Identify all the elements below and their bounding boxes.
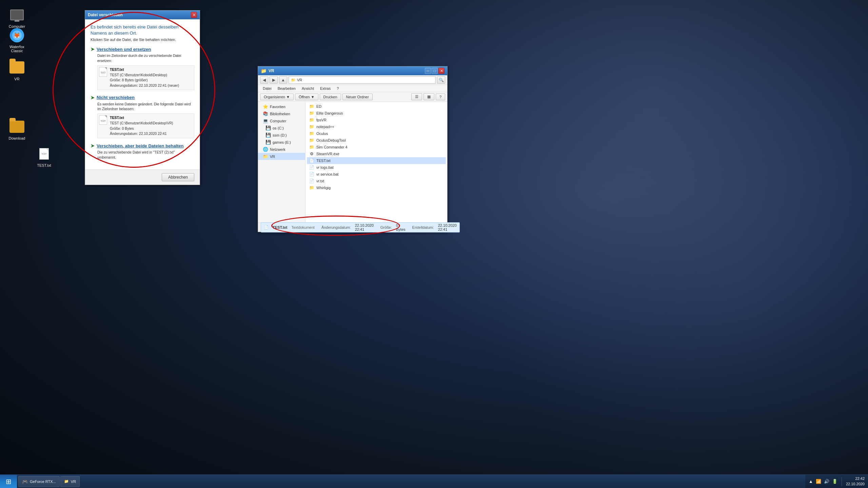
menu-extras[interactable]: Extras bbox=[317, 86, 333, 91]
dialog-option-keep-both[interactable]: ➤ Verschieben, aber beide Dateien behalt… bbox=[91, 143, 194, 160]
tray-volume[interactable]: 🔊 bbox=[824, 479, 829, 484]
status-filename: TEST.txt bbox=[273, 225, 287, 229]
vr-icon-label: VR bbox=[3, 77, 31, 81]
print-button[interactable]: Drucken bbox=[320, 94, 341, 100]
download-folder-icon bbox=[9, 121, 24, 133]
desktop-icon-computer[interactable]: Computer bbox=[3, 7, 31, 28]
list-item-test-txt[interactable]: 📄 TEST.txt bbox=[307, 157, 446, 164]
desktop-icon-waterfox[interactable]: 🦊 Waterfox Classic bbox=[3, 27, 31, 53]
tray-clock[interactable]: 22:42 22.10.2020 bbox=[846, 476, 865, 487]
taskbar-items: 🎮 GeForce RTX... 📁 VR bbox=[17, 476, 805, 487]
open-arrow: ▼ bbox=[311, 95, 315, 99]
steamvr-exe-name: SteamVR.exe bbox=[316, 152, 339, 156]
explorer-toolbar: ◀ ▶ ▲ 📁 VR 🔍 bbox=[258, 75, 447, 85]
vr-service-icon: 📄 bbox=[309, 171, 314, 177]
maximize-button[interactable]: □ bbox=[432, 68, 438, 74]
search-button[interactable]: 🔍 bbox=[437, 76, 445, 84]
dialog-body: Es befindet sich bereits eine Datei dess… bbox=[85, 19, 200, 169]
menu-datei[interactable]: Datei bbox=[260, 86, 274, 91]
option-replace-title[interactable]: Verschieben und ersetzen bbox=[97, 47, 151, 52]
option-skip-header[interactable]: ➤ Nicht verschieben bbox=[91, 95, 194, 100]
whirligig-name: Whirligig bbox=[316, 186, 331, 190]
list-item[interactable]: ⚙ SteamVR.exe bbox=[307, 150, 446, 157]
menu-ansicht[interactable]: Ansicht bbox=[299, 86, 317, 91]
list-item[interactable]: 📁 fpsVR bbox=[307, 117, 446, 123]
list-item[interactable]: 📁 Whirligig bbox=[307, 184, 446, 191]
option-skip-arrow: ➤ bbox=[91, 95, 95, 100]
explorer-action-bar: Organisieren ▼ Öffnen ▼ Drucken Neuer Or… bbox=[258, 92, 447, 102]
tray-battery[interactable]: 🔋 bbox=[832, 479, 837, 484]
list-item[interactable]: 📁 ED bbox=[307, 103, 446, 110]
taskbar-item-geforce[interactable]: 🎮 GeForce RTX... bbox=[18, 476, 60, 487]
sidebar-ssm-d[interactable]: 💾 ssm (D:) bbox=[258, 131, 305, 139]
sidebar-favorites[interactable]: ⭐ Favoriten bbox=[258, 103, 305, 110]
minimize-button[interactable]: ─ bbox=[425, 68, 431, 74]
organize-button[interactable]: Organisieren ▼ bbox=[260, 94, 294, 100]
address-bar[interactable]: 📁 VR bbox=[289, 76, 436, 84]
status-created-label: Erstelldatum: bbox=[412, 225, 434, 229]
cancel-button[interactable]: Abbrechen bbox=[162, 173, 194, 181]
test-txt-name: TEST.txt bbox=[316, 159, 331, 163]
option-skip-title[interactable]: Nicht verschieben bbox=[97, 95, 135, 100]
desktop-icon-vr[interactable]: VR bbox=[3, 59, 31, 81]
forward-button[interactable]: ▶ bbox=[270, 76, 278, 84]
taskbar-item-vr[interactable]: 📁 VR bbox=[60, 476, 80, 487]
list-item[interactable]: 📁 notepad++ bbox=[307, 123, 446, 130]
option-replace-header[interactable]: ➤ Verschieben und ersetzen bbox=[91, 46, 194, 52]
libraries-icon: 📚 bbox=[263, 111, 268, 116]
dialog-close-button[interactable]: ✕ bbox=[191, 12, 197, 18]
vr-taskbar-icon: 📁 bbox=[64, 479, 69, 484]
list-item[interactable]: 📁 Elite Dangerous bbox=[307, 110, 446, 117]
list-item[interactable]: 📁 Oculus bbox=[307, 130, 446, 137]
dialog-option-skip[interactable]: ➤ Nicht verschieben Es werden keine Date… bbox=[91, 95, 194, 138]
option-skip-filename: TEST.txt bbox=[110, 115, 173, 121]
option-replace-desc: Datei im Zielordner durch die zu verschi… bbox=[97, 53, 194, 63]
option-keep-header[interactable]: ➤ Verschieben, aber beide Dateien behalt… bbox=[91, 143, 194, 148]
status-modified-label: Änderungsdatum: bbox=[321, 225, 351, 229]
option-replace-path: TEST (C:\Benutzer\Kobold\Desktop) bbox=[110, 73, 179, 78]
ssm-d-label: ssm (D:) bbox=[273, 133, 287, 137]
dialog-header: Es befindet sich bereits eine Datei dess… bbox=[91, 24, 194, 36]
network-label: Netzwerk bbox=[270, 147, 285, 151]
clock-time: 22:42 bbox=[846, 476, 865, 481]
open-button[interactable]: Öffnen ▼ bbox=[295, 94, 318, 100]
sim-commander-icon: 📁 bbox=[309, 144, 314, 150]
desktop-icon-test[interactable]: TXT TEST.txt bbox=[31, 146, 58, 167]
sidebar-os-c[interactable]: 💾 os (C:) bbox=[258, 124, 305, 131]
sidebar-libraries[interactable]: 📚 Bibliotheken bbox=[258, 110, 305, 117]
help-explorer-button[interactable]: ? bbox=[436, 94, 445, 100]
dialog-option-replace[interactable]: ➤ Verschieben und ersetzen Datei im Ziel… bbox=[91, 46, 194, 90]
view-toggle-button[interactable]: ☰ bbox=[411, 93, 422, 100]
list-item[interactable]: 📄 vr.txt bbox=[307, 178, 446, 184]
status-size-value: 0 Bytes bbox=[396, 223, 406, 231]
back-button[interactable]: ◀ bbox=[260, 76, 268, 84]
sidebar-vr[interactable]: 📁 VR bbox=[258, 153, 305, 160]
option-keep-title[interactable]: Verschieben, aber beide Dateien behalten bbox=[97, 143, 183, 148]
menu-help[interactable]: ? bbox=[334, 86, 341, 91]
windows-logo: ⊞ bbox=[6, 477, 12, 486]
close-button[interactable]: ✕ bbox=[438, 68, 445, 74]
fpsvr-icon: 📁 bbox=[309, 117, 314, 123]
sidebar-computer[interactable]: 💻 Computer bbox=[258, 117, 305, 124]
option-skip-file-icon: TXT bbox=[99, 115, 107, 125]
menu-bearbeiten[interactable]: Bearbeiten bbox=[275, 86, 298, 91]
explorer-sidebar: ⭐ Favoriten 📚 Bibliotheken 💻 Computer 💾 … bbox=[258, 102, 305, 222]
network-icon: 🌐 bbox=[263, 147, 268, 152]
up-button[interactable]: ▲ bbox=[279, 76, 287, 84]
list-item[interactable]: 📄 vr service.bat bbox=[307, 171, 446, 178]
option-skip-path: TEST (C:\Benutzer\Kobold\Desktop\VR) bbox=[110, 121, 173, 126]
desktop-icon-download[interactable]: Download bbox=[3, 119, 31, 140]
list-item[interactable]: 📁 OculusDebugTool bbox=[307, 137, 446, 144]
tray-arrow[interactable]: ▲ bbox=[809, 479, 813, 484]
list-item[interactable]: 📄 vr logs.bat bbox=[307, 164, 446, 171]
tray-network[interactable]: 📶 bbox=[816, 479, 821, 484]
new-folder-button[interactable]: Neuer Ordner bbox=[342, 94, 373, 100]
start-button[interactable]: ⊞ bbox=[0, 475, 17, 488]
preview-button[interactable]: ▦ bbox=[423, 93, 434, 100]
option-skip-file-details: TEST.txt TEST (C:\Benutzer\Kobold\Deskto… bbox=[110, 115, 173, 137]
sidebar-network[interactable]: 🌐 Netzwerk bbox=[258, 146, 305, 153]
waterfox-icon-label: Waterfox Classic bbox=[3, 45, 31, 53]
sidebar-games-e[interactable]: 💾 games (E:) bbox=[258, 139, 305, 146]
favorites-label: Favoriten bbox=[270, 105, 285, 109]
list-item[interactable]: 📁 Sim Commander 4 bbox=[307, 144, 446, 150]
